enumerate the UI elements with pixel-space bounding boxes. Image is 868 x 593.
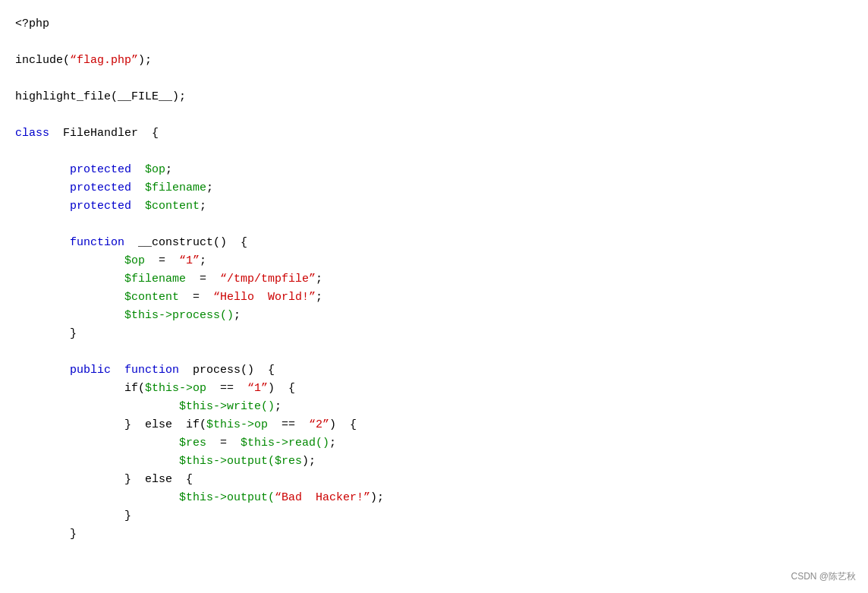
code-line: $filename = “/tmp/tmpfile”; (15, 270, 853, 289)
code-line: } (15, 507, 853, 525)
code-line: public function process() { (15, 361, 853, 380)
code-line: $this->output($res); (15, 453, 853, 471)
code-line: $res = $this->read(); (15, 434, 853, 453)
code-container: <?php include(“flag.php”); highlight_fil… (15, 15, 853, 544)
code-line: $content = “Hello World!”; (15, 289, 853, 307)
code-line (15, 70, 853, 88)
code-line (15, 106, 853, 125)
code-line: $this->write(); (15, 398, 853, 416)
code-line: highlight_file(__FILE__); (15, 88, 853, 106)
code-line: protected $content; (15, 197, 853, 216)
code-line: protected $filename; (15, 179, 853, 197)
code-line (15, 143, 853, 161)
code-line: protected $op; (15, 161, 853, 179)
code-line: } (15, 325, 853, 343)
watermark: CSDN @陈艺秋 (791, 569, 856, 584)
code-line: function __construct() { (15, 234, 853, 252)
code-line: <?php (15, 15, 853, 33)
code-line: $this->output(“Bad Hacker!”); (15, 489, 853, 507)
code-line (15, 216, 853, 234)
code-line: if($this->op == “1”) { (15, 380, 853, 398)
code-line (15, 343, 853, 361)
code-line: } else { (15, 471, 853, 489)
code-line: class FileHandler { (15, 125, 853, 143)
code-line: $op = “1”; (15, 252, 853, 270)
code-line (15, 33, 853, 52)
code-line: $this->process(); (15, 307, 853, 325)
code-line: include(“flag.php”); (15, 52, 853, 70)
code-line: } else if($this->op == “2”) { (15, 416, 853, 434)
code-line: } (15, 525, 853, 544)
